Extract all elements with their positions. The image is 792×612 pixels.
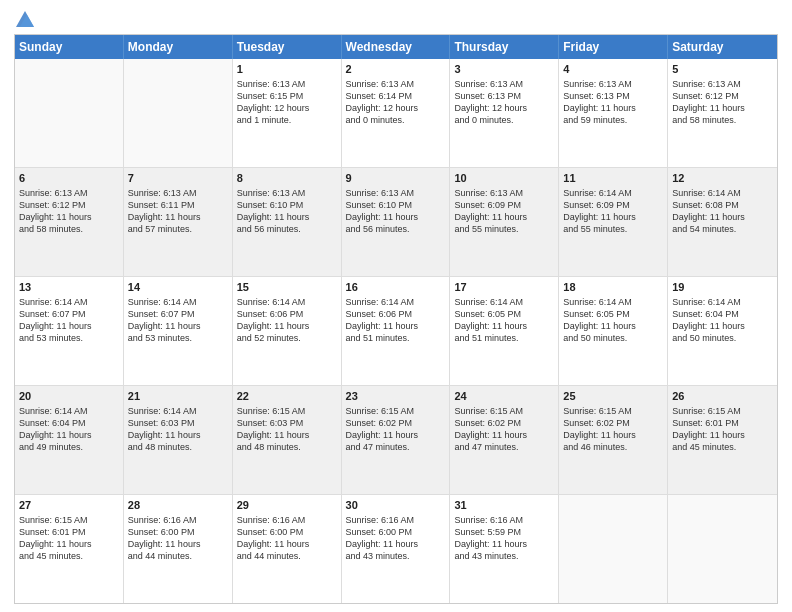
day-number: 1 (237, 62, 337, 77)
cell-info: Sunrise: 6:15 AM Sunset: 6:02 PM Dayligh… (454, 405, 554, 454)
cell-info: Sunrise: 6:14 AM Sunset: 6:03 PM Dayligh… (128, 405, 228, 454)
cell-info: Sunrise: 6:15 AM Sunset: 6:02 PM Dayligh… (346, 405, 446, 454)
week-row-3: 20Sunrise: 6:14 AM Sunset: 6:04 PM Dayli… (15, 385, 777, 494)
calendar-cell: 27Sunrise: 6:15 AM Sunset: 6:01 PM Dayli… (15, 495, 124, 603)
calendar-cell (668, 495, 777, 603)
calendar-cell: 14Sunrise: 6:14 AM Sunset: 6:07 PM Dayli… (124, 277, 233, 385)
cell-info: Sunrise: 6:14 AM Sunset: 6:05 PM Dayligh… (563, 296, 663, 345)
calendar-cell: 31Sunrise: 6:16 AM Sunset: 5:59 PM Dayli… (450, 495, 559, 603)
day-number: 4 (563, 62, 663, 77)
day-header-saturday: Saturday (668, 35, 777, 59)
cell-info: Sunrise: 6:14 AM Sunset: 6:04 PM Dayligh… (672, 296, 773, 345)
cell-info: Sunrise: 6:13 AM Sunset: 6:13 PM Dayligh… (454, 78, 554, 127)
cell-info: Sunrise: 6:16 AM Sunset: 6:00 PM Dayligh… (128, 514, 228, 563)
day-header-wednesday: Wednesday (342, 35, 451, 59)
calendar-cell: 29Sunrise: 6:16 AM Sunset: 6:00 PM Dayli… (233, 495, 342, 603)
day-number: 19 (672, 280, 773, 295)
header (14, 10, 778, 28)
calendar-cell: 11Sunrise: 6:14 AM Sunset: 6:09 PM Dayli… (559, 168, 668, 276)
day-number: 9 (346, 171, 446, 186)
cell-info: Sunrise: 6:13 AM Sunset: 6:11 PM Dayligh… (128, 187, 228, 236)
calendar-cell: 9Sunrise: 6:13 AM Sunset: 6:10 PM Daylig… (342, 168, 451, 276)
cell-info: Sunrise: 6:15 AM Sunset: 6:02 PM Dayligh… (563, 405, 663, 454)
day-number: 17 (454, 280, 554, 295)
day-number: 31 (454, 498, 554, 513)
day-header-tuesday: Tuesday (233, 35, 342, 59)
day-number: 7 (128, 171, 228, 186)
day-number: 21 (128, 389, 228, 404)
calendar-cell: 21Sunrise: 6:14 AM Sunset: 6:03 PM Dayli… (124, 386, 233, 494)
calendar-cell: 28Sunrise: 6:16 AM Sunset: 6:00 PM Dayli… (124, 495, 233, 603)
cell-info: Sunrise: 6:14 AM Sunset: 6:05 PM Dayligh… (454, 296, 554, 345)
cell-info: Sunrise: 6:14 AM Sunset: 6:08 PM Dayligh… (672, 187, 773, 236)
cell-info: Sunrise: 6:16 AM Sunset: 6:00 PM Dayligh… (237, 514, 337, 563)
week-row-0: 1Sunrise: 6:13 AM Sunset: 6:15 PM Daylig… (15, 59, 777, 167)
day-number: 8 (237, 171, 337, 186)
calendar-cell: 15Sunrise: 6:14 AM Sunset: 6:06 PM Dayli… (233, 277, 342, 385)
calendar-cell: 5Sunrise: 6:13 AM Sunset: 6:12 PM Daylig… (668, 59, 777, 167)
day-number: 3 (454, 62, 554, 77)
calendar-body: 1Sunrise: 6:13 AM Sunset: 6:15 PM Daylig… (15, 59, 777, 603)
cell-info: Sunrise: 6:13 AM Sunset: 6:13 PM Dayligh… (563, 78, 663, 127)
day-number: 5 (672, 62, 773, 77)
cell-info: Sunrise: 6:13 AM Sunset: 6:10 PM Dayligh… (237, 187, 337, 236)
calendar-header: SundayMondayTuesdayWednesdayThursdayFrid… (15, 35, 777, 59)
calendar-cell: 23Sunrise: 6:15 AM Sunset: 6:02 PM Dayli… (342, 386, 451, 494)
calendar-cell: 30Sunrise: 6:16 AM Sunset: 6:00 PM Dayli… (342, 495, 451, 603)
day-number: 28 (128, 498, 228, 513)
calendar-cell: 13Sunrise: 6:14 AM Sunset: 6:07 PM Dayli… (15, 277, 124, 385)
calendar-cell (559, 495, 668, 603)
cell-info: Sunrise: 6:13 AM Sunset: 6:12 PM Dayligh… (19, 187, 119, 236)
page: SundayMondayTuesdayWednesdayThursdayFrid… (0, 0, 792, 612)
cell-info: Sunrise: 6:15 AM Sunset: 6:01 PM Dayligh… (672, 405, 773, 454)
day-number: 22 (237, 389, 337, 404)
calendar-cell: 20Sunrise: 6:14 AM Sunset: 6:04 PM Dayli… (15, 386, 124, 494)
cell-info: Sunrise: 6:14 AM Sunset: 6:06 PM Dayligh… (237, 296, 337, 345)
day-number: 29 (237, 498, 337, 513)
calendar-cell: 24Sunrise: 6:15 AM Sunset: 6:02 PM Dayli… (450, 386, 559, 494)
day-header-monday: Monday (124, 35, 233, 59)
calendar-cell: 4Sunrise: 6:13 AM Sunset: 6:13 PM Daylig… (559, 59, 668, 167)
day-number: 12 (672, 171, 773, 186)
day-number: 13 (19, 280, 119, 295)
cell-info: Sunrise: 6:14 AM Sunset: 6:07 PM Dayligh… (19, 296, 119, 345)
day-header-friday: Friday (559, 35, 668, 59)
day-header-sunday: Sunday (15, 35, 124, 59)
calendar-cell: 18Sunrise: 6:14 AM Sunset: 6:05 PM Dayli… (559, 277, 668, 385)
calendar-cell: 2Sunrise: 6:13 AM Sunset: 6:14 PM Daylig… (342, 59, 451, 167)
day-number: 14 (128, 280, 228, 295)
day-number: 26 (672, 389, 773, 404)
calendar-cell: 22Sunrise: 6:15 AM Sunset: 6:03 PM Dayli… (233, 386, 342, 494)
day-header-thursday: Thursday (450, 35, 559, 59)
cell-info: Sunrise: 6:13 AM Sunset: 6:09 PM Dayligh… (454, 187, 554, 236)
cell-info: Sunrise: 6:13 AM Sunset: 6:14 PM Dayligh… (346, 78, 446, 127)
day-number: 15 (237, 280, 337, 295)
calendar-cell: 8Sunrise: 6:13 AM Sunset: 6:10 PM Daylig… (233, 168, 342, 276)
cell-info: Sunrise: 6:13 AM Sunset: 6:10 PM Dayligh… (346, 187, 446, 236)
calendar-cell: 12Sunrise: 6:14 AM Sunset: 6:08 PM Dayli… (668, 168, 777, 276)
cell-info: Sunrise: 6:16 AM Sunset: 5:59 PM Dayligh… (454, 514, 554, 563)
cell-info: Sunrise: 6:15 AM Sunset: 6:03 PM Dayligh… (237, 405, 337, 454)
day-number: 18 (563, 280, 663, 295)
day-number: 2 (346, 62, 446, 77)
cell-info: Sunrise: 6:14 AM Sunset: 6:06 PM Dayligh… (346, 296, 446, 345)
week-row-2: 13Sunrise: 6:14 AM Sunset: 6:07 PM Dayli… (15, 276, 777, 385)
day-number: 27 (19, 498, 119, 513)
calendar-cell (124, 59, 233, 167)
day-number: 16 (346, 280, 446, 295)
cell-info: Sunrise: 6:15 AM Sunset: 6:01 PM Dayligh… (19, 514, 119, 563)
calendar-cell (15, 59, 124, 167)
day-number: 11 (563, 171, 663, 186)
calendar-cell: 10Sunrise: 6:13 AM Sunset: 6:09 PM Dayli… (450, 168, 559, 276)
day-number: 20 (19, 389, 119, 404)
calendar: SundayMondayTuesdayWednesdayThursdayFrid… (14, 34, 778, 604)
calendar-cell: 17Sunrise: 6:14 AM Sunset: 6:05 PM Dayli… (450, 277, 559, 385)
calendar-cell: 6Sunrise: 6:13 AM Sunset: 6:12 PM Daylig… (15, 168, 124, 276)
day-number: 6 (19, 171, 119, 186)
day-number: 10 (454, 171, 554, 186)
calendar-cell: 1Sunrise: 6:13 AM Sunset: 6:15 PM Daylig… (233, 59, 342, 167)
cell-info: Sunrise: 6:13 AM Sunset: 6:15 PM Dayligh… (237, 78, 337, 127)
day-number: 23 (346, 389, 446, 404)
cell-info: Sunrise: 6:14 AM Sunset: 6:04 PM Dayligh… (19, 405, 119, 454)
cell-info: Sunrise: 6:13 AM Sunset: 6:12 PM Dayligh… (672, 78, 773, 127)
